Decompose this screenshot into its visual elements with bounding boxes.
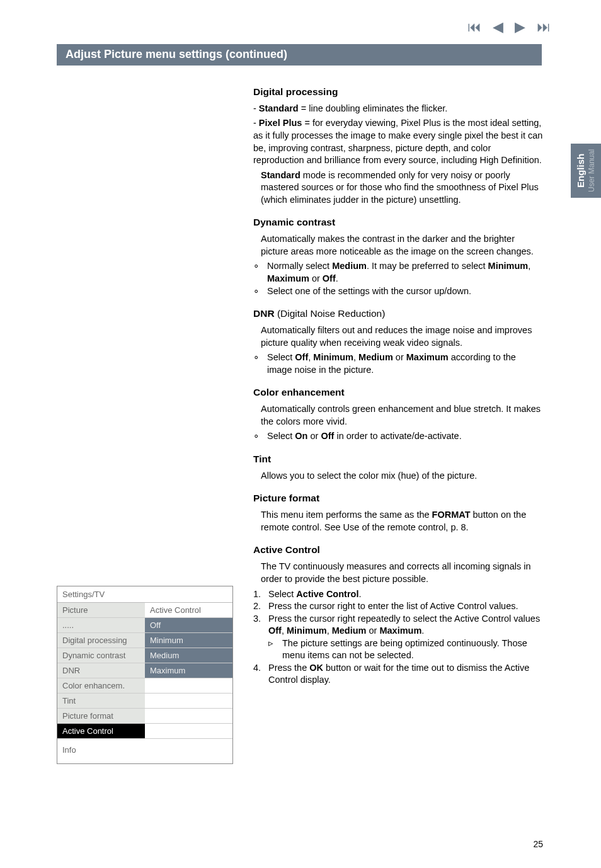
page-number: 25	[533, 839, 543, 849]
menu-val-off: Off	[145, 618, 232, 632]
menu-info: Info	[57, 739, 232, 763]
menu-val-maximum: Maximum	[145, 663, 232, 678]
ac-step-4: 4. Press the OK button or wait for the t…	[253, 662, 543, 687]
menu-item-dynamic-contrast: Dynamic contrast	[57, 648, 145, 663]
nav-next-icon[interactable]: ⏭	[537, 19, 551, 35]
main-content: Digital processing - Standard = line dou…	[253, 76, 543, 687]
heading-picture-format: Picture format	[253, 492, 543, 505]
dp-standard-note: Standard mode is recommended only for ve…	[253, 169, 543, 207]
menu-col-header: Active Control	[145, 603, 232, 617]
dc-desc: Automatically makes the contrast in the …	[253, 233, 543, 258]
heading-color-enhancement: Color enhancement	[253, 386, 543, 399]
dc-bullet-1: ∘ Normally select Medium. It may be pref…	[253, 260, 543, 285]
dnr-desc: Automatically filters out and reduces th…	[253, 324, 543, 349]
menu-header: Settings/TV	[57, 586, 232, 603]
menu-item-picture: Picture	[57, 603, 145, 617]
settings-menu-box: Settings/TV Picture Active Control .....…	[57, 586, 233, 764]
nav-play-icon[interactable]: ▶	[515, 19, 525, 35]
dp-item-standard: - Standard = line doubling eliminates th…	[253, 103, 543, 115]
ce-desc: Automatically controls green enhancement…	[253, 403, 543, 428]
dc-bullet-2: ∘ Select one of the settings with the cu…	[253, 285, 543, 298]
ac-desc: The TV continuously measures and correct…	[253, 561, 543, 585]
language-sub: User Manual	[587, 149, 596, 192]
nav-prev-icon[interactable]: ◀	[493, 19, 503, 35]
dp-item-pixelplus: - Pixel Plus = for everyday viewing, Pix…	[253, 117, 543, 166]
language-tab: English User Manual	[571, 144, 601, 198]
menu-item-dnr: DNR	[57, 663, 145, 678]
heading-dynamic-contrast: Dynamic contrast	[253, 216, 543, 229]
menu-val-medium: Medium	[145, 648, 232, 663]
heading-tint: Tint	[253, 453, 543, 466]
menu-item-tint: Tint	[57, 694, 145, 708]
menu-item-digital-processing: Digital processing	[57, 633, 145, 648]
ac-step-2: 2. Press the cursor right to enter the l…	[253, 600, 543, 613]
ac-step-3: 3. Press the cursor right repeatedly to …	[253, 613, 543, 637]
menu-item-active-control: Active Control	[57, 724, 145, 738]
tint-desc: Allows you to select the color mix (hue)…	[253, 470, 543, 483]
ac-step-3-sub: ▹ The picture settings are being optimiz…	[253, 637, 543, 662]
nav-icons: ⏮ ◀ ▶ ⏭	[467, 19, 551, 35]
menu-item-color-enhancem: Color enhancem.	[57, 678, 145, 693]
pf-desc: This menu item performs the same as the …	[253, 509, 543, 534]
menu-val-minimum: Minimum	[145, 633, 232, 648]
nav-first-icon[interactable]: ⏮	[467, 19, 481, 35]
language-label: English	[575, 154, 586, 188]
heading-digital-processing: Digital processing	[253, 86, 543, 99]
section-banner: Adjust Picture menu settings (continued)	[57, 44, 542, 66]
menu-item-picture-format: Picture format	[57, 709, 145, 723]
ce-bullet-1: ∘ Select On or Off in order to activate/…	[253, 430, 543, 443]
heading-dnr: DNR (Digital Noise Reduction)	[253, 307, 543, 321]
heading-active-control: Active Control	[253, 544, 543, 557]
menu-item-dots: .....	[57, 618, 145, 632]
ac-step-1: 1. Select Active Control.	[253, 588, 543, 601]
dnr-bullet-1: ∘ Select Off, Minimum, Medium or Maximum…	[253, 351, 543, 376]
